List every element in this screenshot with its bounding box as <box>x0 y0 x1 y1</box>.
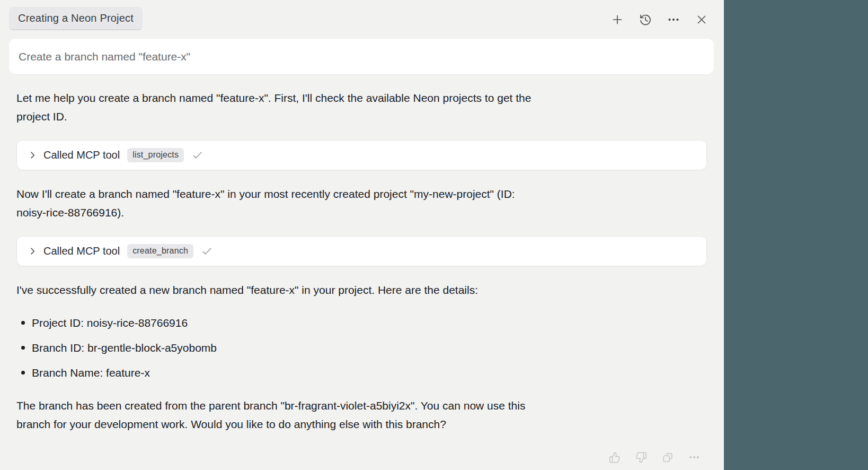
check-icon <box>201 245 213 257</box>
tool-call-card-list-projects[interactable]: Called MCP tool list_projects <box>16 140 707 170</box>
list-item-text: Branch ID: br-gentle-block-a5yobomb <box>32 342 217 354</box>
header-actions <box>611 13 708 26</box>
thread-title-chip[interactable]: Creating a Neon Project <box>9 7 143 30</box>
thumbs-down-button[interactable] <box>635 451 647 463</box>
close-icon <box>695 13 708 26</box>
branch-details-list: Project ID: noisy-rice-88766916 Branch I… <box>16 314 707 382</box>
panel-header: Creating a Neon Project <box>0 0 724 32</box>
copy-button[interactable] <box>662 451 674 463</box>
tool-name-badge: create_branch <box>127 244 193 258</box>
more-options-icon <box>667 13 680 26</box>
bullet-dot <box>21 321 25 325</box>
assistant-paragraph-3: I've successfully created a new branch n… <box>16 281 707 299</box>
message-actions <box>16 451 700 463</box>
list-item-text: Project ID: noisy-rice-88766916 <box>32 317 188 329</box>
tool-call-card-create-branch[interactable]: Called MCP tool create_branch <box>16 236 707 266</box>
chevron-right-icon[interactable] <box>28 247 37 256</box>
list-item-text: Branch Name: feature-x <box>32 367 150 379</box>
tool-name-badge: list_projects <box>127 148 184 162</box>
agent-panel: Creating a Neon Project <box>0 0 724 470</box>
desktop-background <box>724 0 868 470</box>
thumbs-up-icon <box>609 451 621 464</box>
assistant-paragraph-1: Let me help you create a branch named "f… <box>16 89 707 126</box>
message-input-text: Create a branch named "feature-x" <box>19 50 190 63</box>
history-button[interactable] <box>639 13 652 26</box>
list-item: Branch ID: br-gentle-block-a5yobomb <box>16 338 707 357</box>
tool-call-label: Called MCP tool <box>43 245 120 257</box>
history-icon <box>639 13 652 27</box>
list-item: Branch Name: feature-x <box>16 363 707 382</box>
thread-title: Creating a Neon Project <box>18 12 134 24</box>
bullet-dot <box>21 371 25 375</box>
check-icon <box>191 149 203 161</box>
tool-call-label: Called MCP tool <box>43 149 120 161</box>
new-thread-button[interactable] <box>611 13 624 26</box>
thumbs-up-button[interactable] <box>609 451 621 463</box>
copy-icon <box>662 451 674 464</box>
bullet-dot <box>21 346 25 350</box>
assistant-paragraph-4: The branch has been created from the par… <box>16 396 707 433</box>
app-root: Creating a Neon Project <box>0 0 868 470</box>
plus-icon <box>611 13 624 27</box>
more-options-button[interactable] <box>667 13 680 26</box>
conversation: Let me help you create a branch named "f… <box>16 89 707 463</box>
list-item: Project ID: noisy-rice-88766916 <box>16 314 707 332</box>
message-input[interactable]: Create a branch named "feature-x" <box>9 39 714 74</box>
assistant-paragraph-2: Now I'll create a branch named "feature-… <box>16 185 707 222</box>
more-actions-icon <box>688 451 700 463</box>
close-panel-button[interactable] <box>695 13 708 26</box>
chevron-right-icon[interactable] <box>28 151 37 160</box>
thumbs-down-icon <box>635 451 647 464</box>
more-actions-button[interactable] <box>688 451 700 463</box>
